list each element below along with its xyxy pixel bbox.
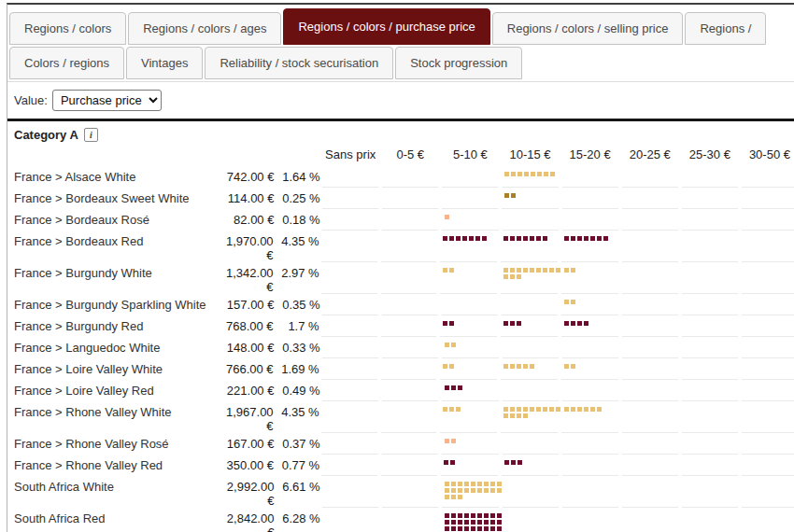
table-row: France > Burgundy White1,342.00 €2.97 % — [7, 262, 794, 294]
stock-dot — [497, 513, 502, 518]
section-title: Category A — [14, 128, 78, 142]
stock-dot — [456, 407, 461, 412]
tab-regions-colors-purchase-price[interactable]: Regions / colors / purchase price — [283, 8, 489, 45]
price-bucket-cell — [322, 337, 378, 358]
row-label: France > Bordeaux Red — [7, 231, 219, 248]
stock-dot — [510, 236, 515, 241]
tab-regions[interactable]: Regions / — [685, 12, 766, 45]
row-value: 82.00 € — [219, 209, 274, 227]
stock-dot — [530, 268, 534, 273]
row-label: France > Rhone Valley White — [7, 401, 219, 419]
stock-dot — [510, 268, 515, 273]
stock-dot — [484, 513, 489, 518]
price-bucket-cell — [561, 294, 618, 315]
price-bucket-cell — [322, 166, 378, 188]
stock-dot — [503, 321, 508, 326]
price-bucket-cell — [682, 315, 738, 337]
stock-dot — [484, 482, 489, 486]
price-bucket-cell — [501, 358, 558, 380]
price-bucket-cell — [742, 455, 794, 476]
price-bucket-cell — [742, 401, 794, 433]
value-select[interactable]: Purchase price — [52, 90, 162, 111]
price-bucket-cell — [562, 476, 618, 508]
price-bucket-cell — [382, 294, 438, 315]
stock-dot — [544, 172, 548, 176]
stock-dot — [511, 172, 516, 176]
dot-grid — [444, 438, 503, 444]
row-label: France > Rhone Valley Rosé — [7, 433, 219, 451]
stock-dot — [543, 407, 547, 412]
row-percentage: 4.35 % — [274, 231, 319, 248]
row-value: 2,842.00 € — [219, 508, 274, 532]
row-value: 221.00 € — [219, 380, 274, 398]
stock-dot — [517, 274, 521, 279]
price-bucket-cell — [503, 508, 559, 532]
price-bucket-cell — [381, 455, 437, 476]
section-header: Category A i — [7, 121, 794, 145]
stock-dot — [564, 407, 569, 412]
price-bucket-cell — [501, 231, 558, 262]
tab-regions-colors-ages[interactable]: Regions / colors / ages — [128, 12, 281, 45]
stock-dot — [451, 495, 456, 499]
stock-dot — [458, 513, 462, 518]
price-bucket-cell — [622, 188, 678, 209]
dot-grid — [563, 320, 622, 327]
row-percentage: 6.28 % — [274, 508, 319, 525]
tab-stock-progression[interactable]: Stock progression — [395, 47, 522, 79]
price-bucket-cell — [682, 231, 738, 262]
tab-regions-colors[interactable]: Regions / colors — [9, 12, 126, 45]
price-bucket-cell — [382, 209, 438, 231]
stock-dot — [510, 413, 515, 418]
price-bucket-cell — [322, 476, 378, 508]
price-bucket-cell — [742, 476, 794, 508]
stock-dot — [503, 274, 508, 279]
tab-vintages[interactable]: Vintages — [126, 47, 203, 79]
table-row: France > Rhone Valley Rosé167.00 €0.37 % — [7, 433, 794, 455]
price-bucket-cell — [622, 209, 678, 231]
stock-dot — [571, 407, 575, 412]
price-bucket-cell — [502, 166, 559, 188]
price-bucket-cell — [742, 508, 794, 532]
row-percentage: 0.25 % — [274, 188, 319, 205]
price-bucket-cell — [682, 508, 738, 532]
price-bucket-cell — [561, 358, 618, 380]
dot-grid — [503, 235, 561, 242]
stock-dot — [449, 321, 454, 326]
stock-dot — [510, 274, 515, 279]
price-bucket-cell — [562, 508, 618, 532]
price-bucket-cell — [321, 358, 377, 380]
row-percentage: 0.49 % — [274, 380, 319, 398]
dot-grid — [503, 267, 561, 280]
table-row: France > Bordeaux Red1,970.00 €4.35 % — [7, 231, 794, 262]
price-bucket-cell — [622, 433, 678, 455]
stock-dot — [537, 172, 542, 176]
stock-dot — [518, 172, 522, 176]
price-bucket-cell — [742, 166, 794, 188]
stock-dot — [458, 526, 462, 531]
table-row: France > Rhone Valley White1,967.00 €4.3… — [7, 401, 794, 433]
stock-dot — [523, 407, 528, 412]
stock-dot — [482, 236, 487, 241]
dot-grid — [563, 406, 622, 413]
column-header: 0-5 € — [382, 145, 438, 166]
stock-dot — [464, 488, 469, 493]
table-row: South Africa Red2,842.00 €6.28 % — [7, 508, 794, 532]
price-bucket-cell — [501, 315, 558, 337]
stock-dot — [451, 482, 456, 486]
row-percentage: 0.33 % — [274, 337, 319, 355]
tab-regions-colors-selling-price[interactable]: Regions / colors / selling price — [492, 12, 684, 45]
tab-colors-regions[interactable]: Colors / regions — [9, 47, 124, 79]
stock-dot — [571, 236, 575, 241]
stock-dot — [471, 526, 475, 531]
header-value-spacer — [220, 145, 275, 148]
tab-reliability-stock-securisation[interactable]: Reliability / stock securisation — [205, 47, 393, 79]
price-bucket-cell — [622, 166, 678, 188]
price-bucket-cell — [442, 294, 498, 315]
stock-dot — [458, 488, 462, 493]
stock-dot — [443, 268, 447, 273]
price-bucket-cell — [442, 166, 498, 188]
price-bucket-cell — [561, 401, 618, 433]
stock-dot — [484, 520, 489, 525]
info-icon[interactable]: i — [84, 128, 98, 142]
price-bucket-cell — [622, 380, 678, 401]
